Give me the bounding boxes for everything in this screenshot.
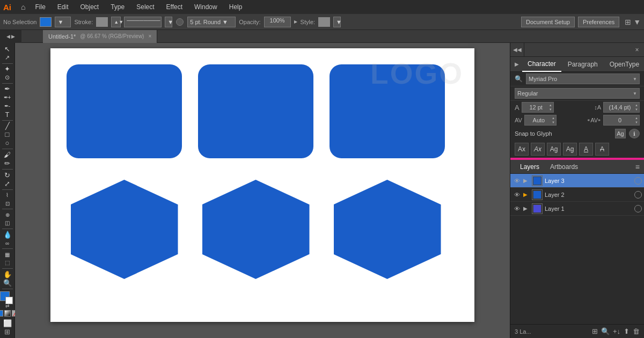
transform-btn-2[interactable]: Ax [531, 143, 545, 156]
layer-3-target[interactable] [634, 177, 642, 185]
transform-btn-5[interactable]: A [579, 143, 593, 156]
character-panel-header: ▶ Character Paragraph OpenType ≡ [510, 57, 644, 72]
tab-paragraph[interactable]: Paragraph [562, 57, 603, 72]
transform-btn-1[interactable]: Ax [515, 143, 529, 156]
workspace-icon[interactable]: ⊞ ▼ [625, 18, 641, 26]
ellipse-tool[interactable]: ○ [1, 139, 14, 147]
artboards-tab[interactable]: Artboards [545, 159, 583, 174]
layers-tab[interactable]: Layers [515, 159, 545, 174]
brush-tool[interactable]: 🖌 [1, 151, 14, 159]
make-clipping-mask-btn[interactable]: ⊞ [592, 327, 598, 335]
draw-mode-icon[interactable]: ⬜ [3, 319, 12, 327]
shape-builder-tool[interactable]: ⊕ [1, 211, 14, 219]
pt-dropdown[interactable]: 5 pt. Round ▼ [187, 17, 236, 27]
stroke-cap[interactable] [176, 18, 184, 26]
opacity-input[interactable]: 100% [264, 17, 291, 27]
extra-tools-icon[interactable]: ⊞ [4, 328, 10, 336]
move-selection-btn[interactable]: ⬆ [624, 327, 630, 335]
stroke-arrows[interactable]: ▲▼ [111, 17, 121, 27]
transform-btn-3[interactable]: Ag [547, 143, 561, 156]
menu-edit[interactable]: Edit [55, 2, 71, 12]
perspective-tool[interactable]: ◫ [1, 219, 14, 227]
font-style-dropdown[interactable]: Regular▼ [515, 88, 640, 99]
warp-tool[interactable]: ⌇ [1, 191, 14, 199]
font-size-input[interactable]: 12 pt ▲▼ [522, 102, 554, 113]
direct-select-tool[interactable]: ↗ [1, 54, 14, 62]
layer-2-arrow[interactable]: ▶ [523, 192, 530, 197]
rect-tool[interactable]: □ [1, 130, 14, 138]
style-swatch[interactable] [318, 17, 330, 27]
hand-tool[interactable]: ✋ [1, 270, 14, 278]
layer-row-2[interactable]: 👁 ▶ Layer 2 [510, 188, 644, 202]
layer-2-visibility[interactable]: 👁 [513, 190, 521, 199]
opacity-arrow[interactable]: ▶ [294, 19, 297, 24]
document-tab[interactable]: Untitled-1* @ 66.67 % (RGB/Preview) × [43, 30, 157, 43]
lasso-tool[interactable]: ⊙ [1, 74, 14, 82]
add-anchor-tool[interactable]: ✒+ [1, 93, 14, 101]
color-mode-icon[interactable] [0, 310, 3, 317]
layer-row-1[interactable]: 👁 ▶ Layer 1 [510, 202, 644, 216]
tracking-input[interactable]: 0 ▲▼ [603, 115, 640, 126]
layer-1-visibility[interactable]: 👁 [513, 204, 521, 213]
menu-type[interactable]: Type [108, 2, 127, 12]
layer-1-target[interactable] [634, 205, 642, 212]
kerning-input[interactable]: Auto ▲▼ [524, 115, 557, 126]
style-dropdown[interactable]: ▼ [333, 17, 341, 27]
menu-select[interactable]: Select [134, 2, 156, 12]
fill-swatch[interactable] [40, 17, 52, 27]
home-icon[interactable]: ⌂ [21, 3, 25, 11]
new-sublayer-btn[interactable]: +↓ [613, 327, 620, 335]
arrow-tool[interactable]: ↖ [1, 45, 14, 53]
layer-1-arrow[interactable]: ▶ [523, 205, 530, 211]
magic-wand-tool[interactable]: ✦ [1, 65, 14, 73]
search-layers-btn[interactable]: 🔍 [601, 327, 610, 335]
menu-help[interactable]: Help [227, 2, 245, 12]
stroke-dropdown[interactable]: ▼ [165, 17, 172, 27]
line-tool[interactable]: ╱ [1, 122, 14, 130]
tab-character[interactable]: Character [522, 57, 561, 72]
fill-dropdown[interactable]: ▼ [55, 17, 71, 27]
type-tool[interactable]: T [1, 111, 14, 119]
snap-icon-1[interactable]: Ag [615, 129, 626, 138]
pen-tool[interactable]: ✒ [1, 85, 14, 93]
free-transform-tool[interactable]: ⊡ [1, 200, 14, 208]
preferences-button[interactable]: Preferences [578, 17, 619, 27]
layer-3-visibility[interactable]: 👁 [513, 177, 521, 185]
stroke-swatch[interactable] [96, 17, 108, 27]
blend-tool[interactable]: ∞ [1, 239, 14, 247]
leading-input[interactable]: (14,4 pt) ▲▼ [603, 102, 640, 113]
panel-expand-btn[interactable]: ◀◀ [510, 43, 524, 57]
menu-object[interactable]: Object [78, 2, 101, 12]
gradient-icon[interactable] [4, 310, 11, 317]
char-panel-arrow[interactable]: ▶ [515, 61, 519, 67]
zoom-tool[interactable]: 🔍 [1, 279, 14, 287]
font-family-dropdown[interactable]: Myriad Pro▼ [526, 74, 640, 84]
delete-layer-btn[interactable]: 🗑 [633, 327, 640, 335]
scale-tool[interactable]: ⤢ [1, 180, 14, 188]
snap-info-icon[interactable]: ℹ [629, 129, 640, 138]
document-setup-button[interactable]: Document Setup [521, 17, 575, 27]
transform-btn-4[interactable]: Ag [563, 143, 577, 156]
eyedropper-tool[interactable]: 💧 [1, 231, 14, 239]
shapes-grid [50, 48, 474, 295]
menu-file[interactable]: File [33, 2, 47, 12]
background-swatch[interactable] [5, 297, 13, 304]
menu-window[interactable]: Window [192, 2, 219, 12]
left-toolbar: ↖ ↗ ✦ ⊙ ✒ ✒+ ✒- T ╱ □ ○ 🖌 ✏ ↻ ⤢ ⌇ ⊡ ⊕ ◫ … [0, 43, 15, 338]
menu-effect[interactable]: Effect [164, 2, 185, 12]
transform-btn-6[interactable]: A [595, 143, 609, 156]
rotate-tool[interactable]: ↻ [1, 171, 14, 179]
tab-close-button[interactable]: × [148, 33, 151, 39]
layers-menu-btn[interactable]: ≡ [635, 163, 640, 171]
stroke-width-input[interactable]: ──────── [124, 17, 162, 27]
tab-opentype[interactable]: OpenType [604, 57, 644, 72]
pencil-tool[interactable]: ✏ [1, 159, 14, 167]
layer-3-arrow[interactable]: ▶ [523, 178, 530, 183]
panel-close-btn[interactable]: × [630, 43, 644, 57]
layer-row-3[interactable]: 👁 ▶ Layer 3 [510, 174, 644, 188]
artboard-tool[interactable]: ⬚ [1, 259, 14, 267]
layer-2-target[interactable] [634, 191, 642, 199]
panel-collapse-arrow[interactable]: ◀ ▶ [0, 30, 21, 43]
column-graph-tool[interactable]: ▦ [1, 251, 14, 259]
delete-anchor-tool[interactable]: ✒- [1, 102, 14, 110]
